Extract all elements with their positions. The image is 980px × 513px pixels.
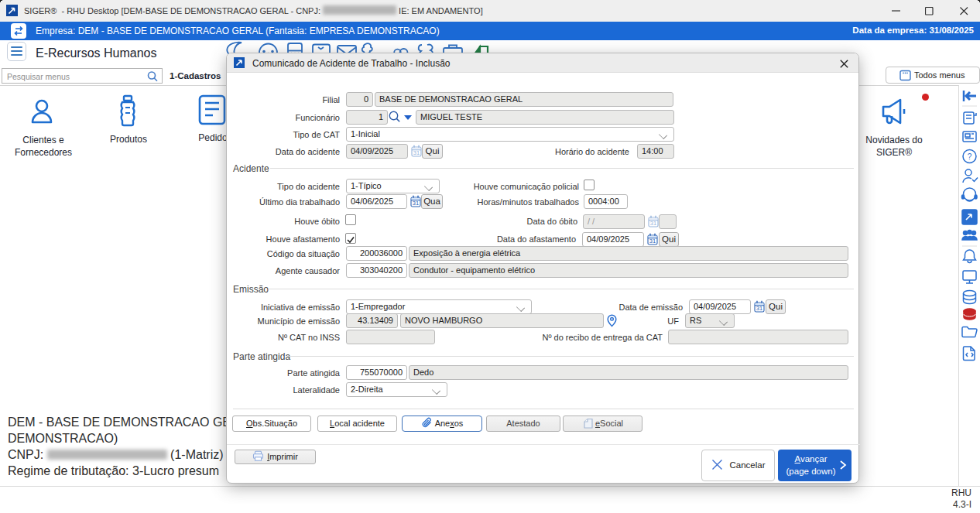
- svg-text:31: 31: [756, 305, 762, 312]
- svg-text:31: 31: [649, 238, 656, 245]
- svg-text:31: 31: [650, 220, 656, 227]
- svg-text:?: ?: [968, 152, 972, 161]
- svg-text:31: 31: [413, 200, 419, 207]
- svg-text:31: 31: [413, 149, 420, 156]
